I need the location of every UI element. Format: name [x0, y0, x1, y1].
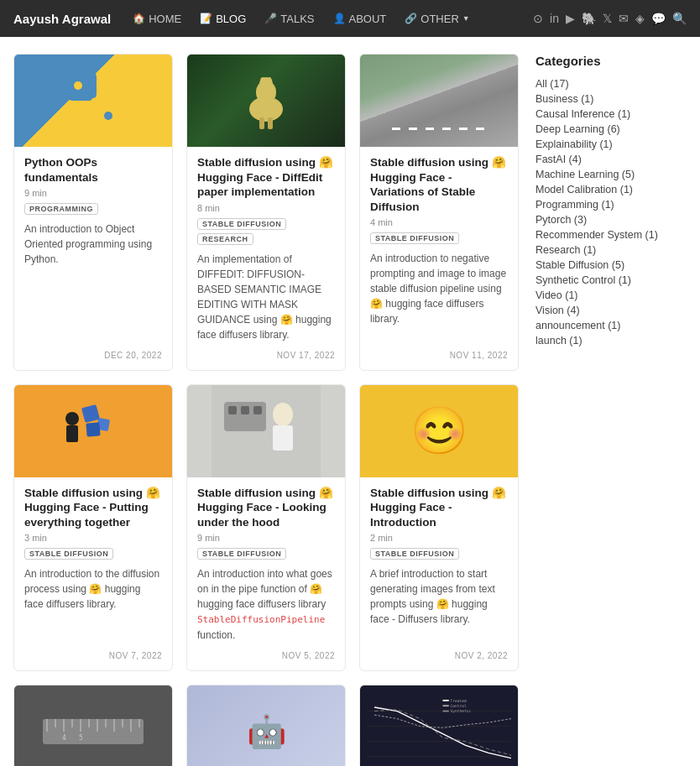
mastodon-icon[interactable]: 🐘 [582, 12, 596, 25]
post-date-6: NOV 2, 2022 [370, 651, 508, 660]
home-icon: 🏠 [133, 13, 145, 24]
post-excerpt-1: An introduction to Object Oriented progr… [24, 221, 162, 342]
category-causal-inference[interactable]: Causal Inference (1) [535, 107, 687, 122]
svg-rect-7 [259, 117, 264, 129]
post-tags-5: STABLE DIFFUSION [197, 548, 335, 560]
svg-rect-18 [273, 425, 293, 451]
post-date-4: NOV 7, 2022 [24, 651, 162, 660]
post-image-8: 🤖 [187, 685, 345, 766]
post-image-3 [360, 55, 518, 147]
post-tag-programming[interactable]: PROGRAMMING [24, 203, 98, 215]
post-tag-stable-diff-6[interactable]: STABLE DIFFUSION [370, 548, 459, 560]
category-explainability[interactable]: Explainability (1) [535, 137, 687, 152]
site-brand[interactable]: Aayush Agrawal [13, 12, 111, 26]
twitter-icon[interactable]: 𝕏 [603, 12, 612, 25]
svg-rect-20 [228, 406, 237, 414]
svg-text:Synthetic: Synthetic [451, 709, 472, 713]
nav-home[interactable]: 🏠 HOME [124, 0, 190, 37]
post-tags-4: STABLE DIFFUSION [24, 548, 162, 560]
category-launch[interactable]: launch (1) [535, 333, 687, 348]
nav-talks[interactable]: 🎤 TALKS [256, 0, 322, 37]
post-date-1: DEC 20, 2022 [24, 351, 162, 360]
svg-text:4: 4 [62, 734, 66, 742]
post-body-5: Stable diffusion using 🤗 Hugging Face - … [187, 477, 345, 670]
post-excerpt-2: An implementation of DIFFEDIT: DIFFUSION… [197, 252, 335, 342]
post-body-1: Python OOPs fundamentals 9 min PROGRAMMI… [14, 147, 172, 370]
stable-diffusion-pipeline-link[interactable]: StableDiffusionPipeline [197, 614, 325, 625]
post-title-3: Stable diffusion using 🤗 Hugging Face - … [370, 155, 508, 214]
category-programming[interactable]: Programming (1) [535, 197, 687, 212]
post-tag-stable-diff-5[interactable]: STABLE DIFFUSION [197, 548, 286, 560]
post-image-6: 😊 [360, 385, 518, 477]
svg-rect-12 [66, 425, 78, 442]
post-title-2: Stable diffusion using 🤗 Hugging Face - … [197, 155, 335, 200]
post-card-6[interactable]: 😊 Stable diffusion using 🤗 Hugging Face … [359, 384, 519, 671]
linkedin-icon[interactable]: in [550, 12, 559, 25]
category-machine-learning[interactable]: Machine Learning (5) [535, 167, 687, 182]
post-image-4 [14, 385, 172, 477]
blog-icon: 📝 [200, 13, 212, 24]
video-icon[interactable]: ▶ [566, 12, 575, 25]
category-vision[interactable]: Vision (4) [535, 303, 687, 318]
category-research[interactable]: Research (1) [535, 242, 687, 258]
category-business[interactable]: Business (1) [535, 91, 687, 107]
chat-icon[interactable]: 💬 [651, 12, 666, 25]
svg-text:Treated: Treated [451, 698, 467, 702]
categories-title: Categories [535, 54, 687, 68]
post-excerpt-4: An introduction to the diffusion process… [24, 566, 162, 643]
category-stable-diffusion[interactable]: Stable Diffusion (5) [535, 258, 687, 273]
nav-other[interactable]: 🔗 OTHER ▼ [396, 0, 478, 37]
post-tag-stable-diff-4[interactable]: STABLE DIFFUSION [24, 548, 113, 560]
python-logo-svg [60, 67, 127, 134]
svg-point-3 [104, 112, 112, 120]
post-card-7[interactable]: 4 5 Model calibration for classification… [13, 685, 173, 766]
nav-about[interactable]: 👤 ABOUT [325, 0, 395, 37]
svg-rect-8 [268, 117, 273, 129]
post-image-9: Treated Control Synthetic [360, 685, 518, 766]
main-content: Python OOPs fundamentals 9 min PROGRAMMI… [13, 54, 519, 766]
category-pytorch[interactable]: Pytorch (3) [535, 212, 687, 227]
post-body-6: Stable diffusion using 🤗 Hugging Face - … [360, 477, 518, 670]
post-title-6: Stable diffusion using 🤗 Hugging Face - … [370, 486, 508, 530]
svg-rect-46 [443, 710, 449, 711]
category-deep-learning[interactable]: Deep Learning (6) [535, 122, 687, 137]
post-card-1[interactable]: Python OOPs fundamentals 9 min PROGRAMMI… [13, 54, 173, 371]
horse-svg [232, 67, 300, 134]
post-readtime-6: 2 min [370, 533, 508, 543]
post-body-4: Stable diffusion using 🤗 Hugging Face - … [14, 477, 172, 670]
category-fastai[interactable]: FastAI (4) [535, 152, 687, 167]
email-icon[interactable]: ✉ [619, 12, 629, 25]
svg-point-2 [74, 81, 82, 90]
post-readtime-5: 9 min [197, 533, 335, 543]
post-tag-stable-diff-3[interactable]: STABLE DIFFUSION [370, 232, 459, 244]
category-model-calibration[interactable]: Model Calibration (1) [535, 182, 687, 197]
post-tag-stable-diff[interactable]: STABLE DIFFUSION [197, 218, 286, 230]
nav-blog[interactable]: 📝 BLOG [191, 0, 254, 37]
svg-text:5: 5 [79, 734, 83, 742]
svg-rect-1 [90, 97, 120, 128]
post-card-3[interactable]: Stable diffusion using 🤗 Hugging Face - … [359, 54, 519, 371]
category-synthetic-control[interactable]: Synthetic Control (1) [535, 273, 687, 288]
category-all[interactable]: All (17) [535, 76, 687, 91]
post-title-1: Python OOPs fundamentals [24, 155, 162, 185]
navbar: Aayush Agrawal 🏠 HOME 📝 BLOG 🎤 TALKS 👤 A… [0, 0, 700, 37]
category-announcement[interactable]: announcement (1) [535, 318, 687, 333]
posts-grid: Python OOPs fundamentals 9 min PROGRAMMI… [13, 54, 519, 766]
rss-icon[interactable]: ◈ [635, 12, 645, 25]
post-card-5[interactable]: Stable diffusion using 🤗 Hugging Face - … [186, 384, 346, 671]
svg-point-9 [260, 77, 265, 86]
post-tag-research[interactable]: RESEARCH [197, 233, 253, 245]
search-icon[interactable]: 🔍 [672, 12, 687, 25]
category-recommender-system[interactable]: Recommender System (1) [535, 227, 687, 242]
ruler-svg: 4 5 [39, 694, 148, 766]
post-tags-2: STABLE DIFFUSION RESEARCH [197, 218, 335, 245]
svg-rect-22 [253, 406, 262, 414]
category-video[interactable]: Video (1) [535, 288, 687, 303]
post-card-4[interactable]: Stable diffusion using 🤗 Hugging Face - … [13, 384, 173, 671]
post-card-8[interactable]: 🤖 Mixing art into the science of model e… [186, 685, 346, 766]
github-icon[interactable]: ⊙ [533, 12, 543, 25]
post-card-2[interactable]: Stable diffusion using 🤗 Hugging Face - … [186, 54, 346, 371]
post-image-1 [14, 55, 172, 147]
other-icon: 🔗 [405, 13, 417, 24]
post-card-9[interactable]: Treated Control Synthetic Causal inferen… [359, 685, 519, 766]
